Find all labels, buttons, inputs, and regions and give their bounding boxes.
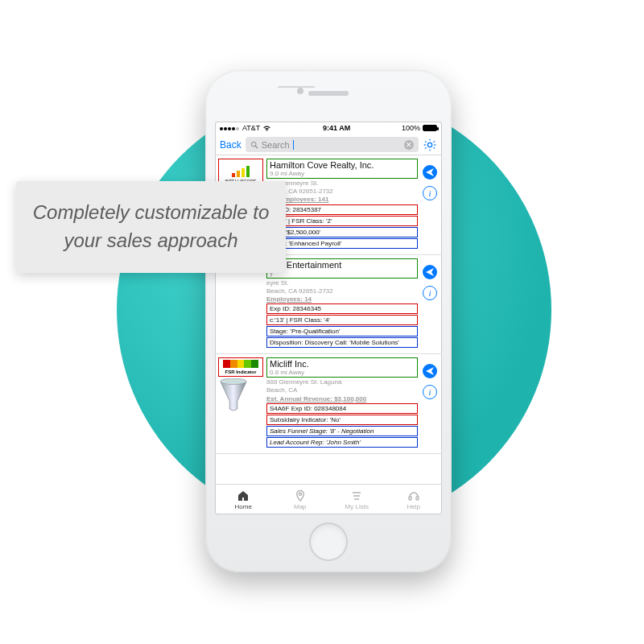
navigate-button[interactable] [423, 265, 437, 279]
tab-label: My Lists [345, 503, 369, 510]
tab-help[interactable]: Help [386, 485, 443, 514]
clear-search-icon[interactable]: ✕ [404, 140, 414, 150]
distance: 0.8 mi Away [270, 369, 415, 376]
tab-label: Map [294, 503, 307, 510]
subsidiary-row: Subsidairy Indicator: 'No' [266, 415, 418, 425]
exp-id-row: S4A6F Exp ID: 028348084 [266, 403, 418, 414]
funnel-icon [218, 378, 249, 411]
distance: 9.0 mi Away [270, 170, 415, 177]
tab-map[interactable]: Map [272, 485, 329, 514]
address-line2: Beach, CA 92651-2732 [266, 188, 418, 195]
info-button[interactable]: i [423, 186, 437, 200]
tab-home[interactable]: Home [215, 485, 272, 514]
revenue: Est. Annual Revenue: $3,100,000 [266, 395, 366, 402]
stage-row: Stage: 'Pre-Qualification' [266, 326, 418, 336]
thumb-label: FSR Indicator [225, 369, 256, 374]
score-row: e: '54' | FSR Class: '2' [266, 216, 418, 226]
info-button[interactable]: i [423, 385, 437, 399]
search-icon [250, 141, 258, 149]
search-placeholder: Search [262, 140, 290, 150]
svg-rect-9 [416, 497, 419, 500]
stage-row: Sales Funnel Stage: '8' - Negotiation [266, 426, 418, 436]
distance: y [270, 270, 415, 277]
address-line2: Beach, CA [266, 386, 418, 394]
tab-bar: Home Map My Lists Help [215, 484, 442, 514]
carrier-label: AT&T [242, 124, 260, 132]
title-box: Hamilton Cove Realty, Inc. 9.0 mi Away [266, 159, 418, 179]
info-button[interactable]: i [423, 286, 437, 300]
score-row: c:'13' | FSR Class: '4' [266, 315, 418, 325]
svg-point-3 [221, 378, 246, 385]
signal-dots [220, 124, 240, 132]
battery-pct: 100% [402, 124, 420, 132]
address-line1: 888 Glenneyre St. Laguna [266, 378, 418, 386]
navigate-button[interactable] [423, 165, 437, 180]
phone-frame: AT&T 9:41 AM 100% Back Search ✕ [205, 70, 452, 572]
company-name: Hamilton Cove Realty, Inc. [270, 160, 415, 170]
navbar: Back Search ✕ [215, 134, 442, 155]
wifi-icon [262, 125, 271, 131]
search-cursor [293, 140, 294, 150]
svg-point-4 [299, 493, 301, 495]
exp-id-row: Exp ID: 28346345 [266, 303, 418, 314]
tab-label: Home [235, 503, 252, 510]
result-card[interactable]: FSR Indicator Micliff Inc. 0.8 mi Away [215, 354, 442, 454]
disposition-row: Disposition: Discovery Call: 'Mobile Sol… [266, 337, 418, 348]
navigate-button[interactable] [423, 364, 437, 378]
back-button[interactable]: Back [220, 139, 242, 151]
address-line1: eyre St. [266, 279, 418, 287]
company-name: Micliff Inc. [270, 359, 415, 369]
overlay-text: Completely customizable to your sales ap… [32, 199, 270, 255]
svg-point-2 [427, 142, 431, 147]
svg-rect-8 [409, 497, 411, 500]
company-name: ach Entertainment [270, 260, 415, 270]
svg-line-1 [255, 146, 257, 147]
gear-icon[interactable] [423, 138, 437, 152]
employees: Employees: 14 [266, 295, 312, 303]
tab-lists[interactable]: My Lists [328, 485, 386, 514]
exp-id-row: Exp ID: 28345387 [266, 204, 418, 215]
title-box: Micliff Inc. 0.8 mi Away [266, 357, 418, 378]
tab-label: Help [407, 503, 420, 510]
aspect-row: spect: 'Enhanced Payroll' [266, 238, 418, 249]
battery-icon [423, 125, 437, 131]
phone-camera-dot [297, 88, 303, 94]
rep-row: Lead Account Rep: 'John Smith' [266, 437, 418, 448]
address-line1: 855 Glenneyre St. [266, 180, 418, 187]
address-line2: Beach, CA 92651-2732 [266, 287, 418, 295]
fsr-thumb: FSR Indicator [218, 357, 263, 377]
status-bar: AT&T 9:41 AM 100% [215, 122, 442, 134]
overlay-caption: Completely customizable to your sales ap… [16, 181, 286, 273]
status-time: 9:41 AM [323, 124, 350, 132]
home-button[interactable] [309, 522, 348, 561]
size-row: Size: '$2,500,000' [266, 227, 418, 237]
title-box: ach Entertainment y [266, 258, 418, 279]
search-input[interactable]: Search ✕ [246, 137, 419, 152]
